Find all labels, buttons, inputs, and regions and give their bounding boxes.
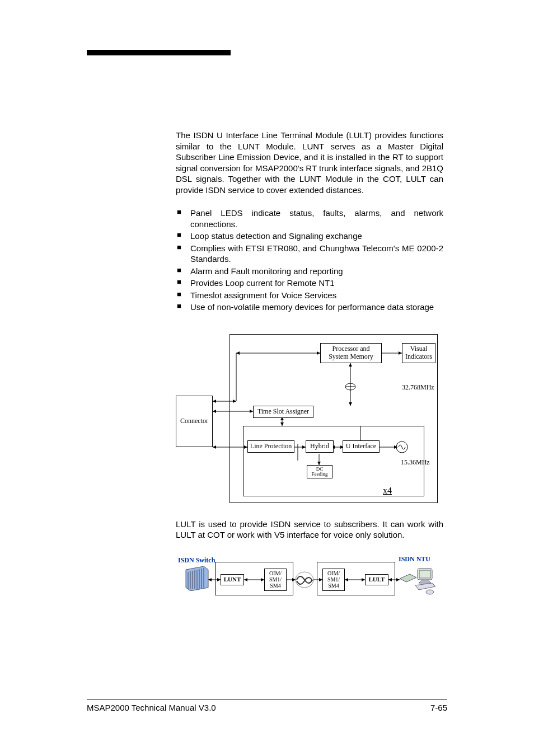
block-diagram: Connector Processor and System Memory Vi… — [176, 328, 443, 502]
list-item: Panel LEDS indicate status, faults, alar… — [176, 208, 443, 229]
hybrid-block: Hybrid — [306, 440, 334, 453]
u-interface-block: U Interface — [343, 440, 380, 453]
main-content: The ISDN U Interface Line Terminal Modul… — [176, 130, 443, 604]
header-accent-bar — [87, 50, 231, 55]
list-item: Use of non-volatile memory devices for p… — [176, 302, 443, 313]
intro-paragraph: The ISDN U Interface Line Terminal Modul… — [176, 130, 443, 195]
feature-list: Panel LEDS indicate status, faults, alar… — [176, 208, 443, 313]
line-protection-block: Line Protection — [247, 440, 294, 453]
x4-label: x4 — [383, 485, 392, 497]
list-item: Loop status detection and Signaling exch… — [176, 231, 443, 242]
freq-label-2: 15.36MHz — [401, 458, 430, 467]
footer-left: MSAP2000 Technical Manual V3.0 — [87, 703, 216, 712]
dc-feeding-block: DC Feeding — [307, 465, 332, 478]
list-item: Provides Loop current for Remote NT1 — [176, 278, 443, 289]
list-item: Complies with ETSI ETR080, and Chunghwa … — [176, 243, 443, 265]
timeslot-assigner-block: Time Slot Assigner — [253, 406, 313, 418]
connection-diagram: ISDN Switch LUNT OIM/ SM1/ SM4 — [176, 554, 443, 604]
mid-paragraph: LULT is used to provide ISDN service to … — [176, 519, 443, 541]
list-item: Timeslot assignment for Voice Services — [176, 290, 443, 301]
diagram2-arrows — [176, 554, 443, 604]
footer-right: 7-65 — [430, 703, 447, 712]
page-footer: MSAP2000 Technical Manual V3.0 7-65 — [87, 699, 447, 712]
freq-label-1: 32.768MHz — [402, 383, 434, 392]
list-item: Alarm and Fault monitoring and reporting — [176, 266, 443, 277]
